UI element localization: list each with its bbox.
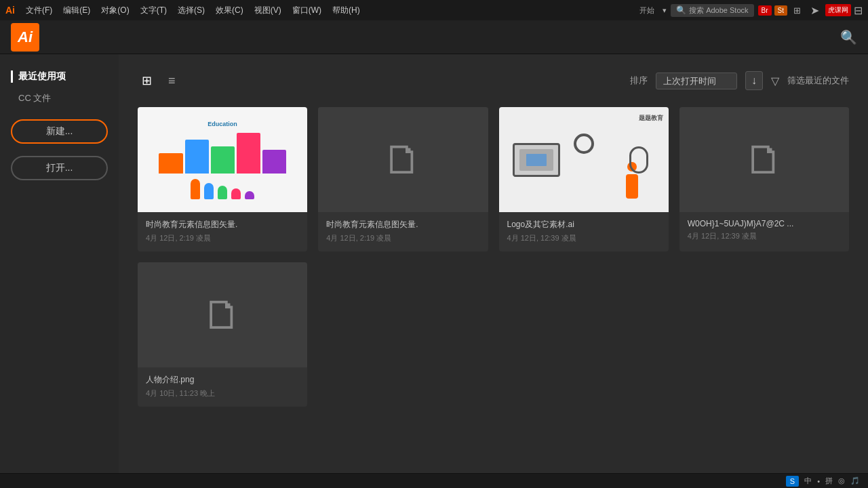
file-thumb-2: 🗋: [318, 107, 488, 212]
main-area: 最近使用项 CC 文件 新建... 打开... ⊞ ≡ 排序 上次打开时间 ↓ …: [0, 54, 868, 488]
preview-text: Education: [208, 121, 237, 127]
cc-files-label: CC 文件: [11, 92, 108, 104]
menu-select[interactable]: 选择(S): [172, 0, 210, 20]
file-name-2: 时尚教育元素信息图矢量.: [326, 219, 479, 230]
file-name-3: Logo及其它素材.ai: [507, 219, 660, 230]
file-thumb-4: 🗋: [679, 107, 849, 212]
document-icon-4: 🗋: [744, 140, 785, 180]
menu-help[interactable]: 帮助(H): [327, 0, 366, 20]
file-thumb-1: Education: [138, 107, 307, 212]
content-area: ⊞ ≡ 排序 上次打开时间 ↓ ▽ 筛选最近的文件 Education: [119, 54, 868, 488]
file-card-4[interactable]: 🗋 W0OH}1~5UAJ)M}A7@2C ... 4月 12日, 12:39 …: [679, 107, 849, 251]
preview-infographic: Education: [138, 107, 307, 212]
start-dropdown-icon[interactable]: ▾: [663, 6, 667, 15]
file-info-2: 时尚教育元素信息图矢量. 4月 12日, 2:19 凌晨: [318, 212, 488, 251]
file-name-5: 人物介绍.png: [146, 374, 299, 386]
brand-logo: 虎课网: [825, 4, 851, 16]
document-icon-5: 🗋: [202, 295, 243, 336]
search-icon: 🔍: [676, 5, 686, 15]
file-thumb-5: 🗋: [138, 262, 307, 367]
logo-monitor: [513, 143, 560, 177]
file-card-5[interactable]: 🗋 人物介绍.png 4月 10日, 11:23 晚上: [138, 262, 307, 407]
sort-label: 排序: [630, 75, 648, 87]
statusbar-circle: ◎: [838, 476, 845, 485]
list-view-button[interactable]: ≡: [164, 71, 180, 91]
window-controls[interactable]: ⊟: [854, 4, 863, 17]
menu-right: 开始 ▾ 🔍 搜索 Adobe Stock Br St ⊞ ➤ 虎课网 ⊟: [635, 3, 863, 18]
logo-circle: [574, 134, 594, 154]
statusbar-dot: •: [817, 477, 820, 485]
file-grid: Education: [138, 107, 849, 407]
file-card-1[interactable]: Education: [138, 107, 307, 251]
grid-view-button[interactable]: ⊞: [138, 70, 156, 91]
preview-bars: [159, 133, 285, 174]
menu-window[interactable]: 窗口(W): [287, 0, 327, 20]
header-bar: Ai 🔍: [0, 20, 868, 54]
bridge-icon: Br: [758, 5, 772, 16]
send-icon[interactable]: ➤: [807, 3, 823, 18]
file-date-1: 4月 12日, 2:19 凌晨: [146, 233, 299, 243]
file-info-1: 时尚教育元素信息图矢量. 4月 12日, 2:19 凌晨: [138, 212, 307, 251]
filter-label[interactable]: 筛选最近的文件: [787, 75, 849, 87]
file-date-5: 4月 10日, 11:23 晚上: [146, 388, 299, 399]
open-button[interactable]: 打开...: [11, 156, 108, 180]
menu-text[interactable]: 文字(T): [135, 0, 172, 20]
file-name-4: W0OH}1~5UAJ)M}A7@2C ...: [688, 219, 841, 228]
file-info-3: Logo及其它素材.ai 4月 12日, 12:39 凌晨: [499, 212, 669, 251]
menu-bar: Ai 文件(F) 编辑(E) 对象(O) 文字(T) 选择(S) 效果(C) 视…: [0, 0, 868, 20]
sort-direction-button[interactable]: ↓: [745, 71, 763, 90]
preview-logo: 题题教育: [499, 107, 669, 212]
preview-people: [191, 179, 254, 199]
file-date-3: 4月 12日, 12:39 凌晨: [507, 233, 660, 243]
menu-view[interactable]: 视图(V): [249, 0, 287, 20]
search-box[interactable]: 🔍 搜索 Adobe Stock: [671, 4, 753, 17]
ai-logo-text: Ai: [18, 28, 33, 46]
menu-file[interactable]: 文件(F): [20, 0, 58, 20]
grid-apps-icon[interactable]: ⊞: [790, 4, 804, 17]
statusbar: S 中 • 拼 ◎ 🎵: [0, 473, 868, 488]
menu-object[interactable]: 对象(O): [96, 0, 134, 20]
edu-label: 题题教育: [639, 114, 663, 123]
file-thumb-3: 题题教育: [499, 107, 669, 212]
recent-label: 最近使用项: [11, 70, 108, 83]
search-placeholder: 搜索 Adobe Stock: [689, 5, 748, 16]
file-date-4: 4月 12日, 12:39 凌晨: [688, 231, 841, 241]
header-search-icon[interactable]: 🔍: [840, 29, 857, 45]
file-card-3[interactable]: 题题教育 Logo及其它素材.ai 4月 12日, 12:39 凌晨: [499, 107, 669, 251]
sort-dropdown[interactable]: 上次打开时间: [656, 73, 737, 89]
statusbar-s-icon: S: [786, 476, 799, 487]
file-info-5: 人物介绍.png 4月 10日, 11:23 晚上: [138, 367, 307, 407]
menu-edit[interactable]: 编辑(E): [58, 0, 96, 20]
filter-icon: ▽: [771, 75, 779, 87]
menu-effect[interactable]: 效果(C): [210, 0, 249, 20]
file-name-1: 时尚教育元素信息图矢量.: [146, 219, 299, 230]
statusbar-zh: 中: [804, 476, 812, 486]
document-icon-2: 🗋: [382, 140, 423, 180]
ai-logo-box: Ai: [11, 23, 39, 52]
file-card-2[interactable]: 🗋 时尚教育元素信息图矢量. 4月 12日, 2:19 凌晨: [318, 107, 488, 251]
ai-logo-menu: Ai: [5, 5, 15, 16]
statusbar-music: 🎵: [850, 476, 860, 485]
statusbar-pin: 拼: [825, 476, 833, 486]
start-button[interactable]: 开始: [635, 4, 658, 17]
new-button[interactable]: 新建...: [11, 119, 108, 144]
file-info-4: W0OH}1~5UAJ)M}A7@2C ... 4月 12日, 12:39 凌晨: [679, 212, 849, 249]
logo-mouse: [629, 146, 648, 174]
file-date-2: 4月 12日, 2:19 凌晨: [326, 233, 479, 243]
logo-person: [626, 174, 638, 199]
stock-icon: St: [774, 5, 787, 16]
sidebar: 最近使用项 CC 文件 新建... 打开...: [0, 54, 119, 488]
toolbar: ⊞ ≡ 排序 上次打开时间 ↓ ▽ 筛选最近的文件: [138, 70, 849, 91]
